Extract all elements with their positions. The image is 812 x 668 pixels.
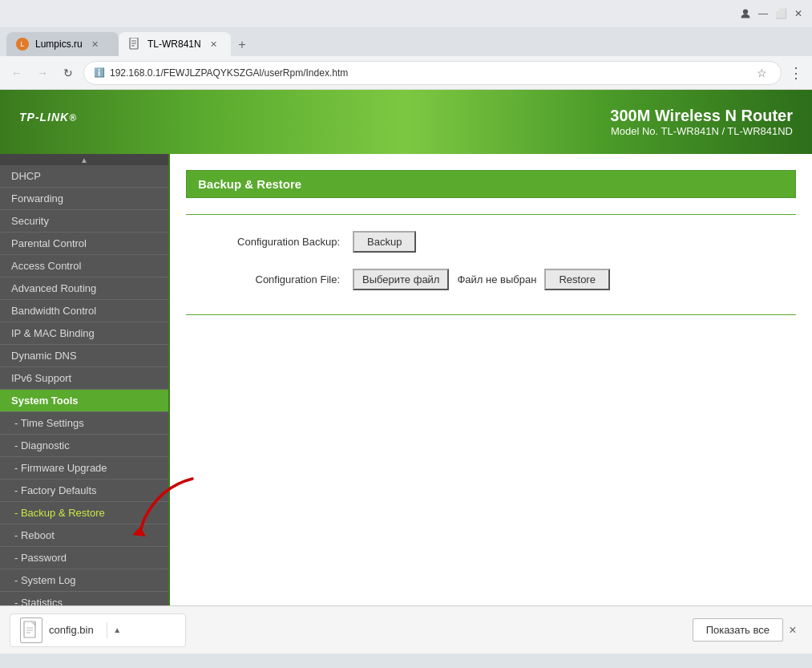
settings-menu-button[interactable]: ⋮ <box>786 63 806 83</box>
address-bar: ← → ↻ ℹ️ 192.168.0.1/FEWJLZPAQYKSZGAl/us… <box>0 56 812 90</box>
main-content: Backup & Restore Configuration Backup: B… <box>168 154 812 605</box>
section-header: Backup & Restore <box>186 170 796 198</box>
logo-text: TP-LINK <box>19 111 69 123</box>
show-all-downloads-button[interactable]: Показать все <box>693 618 783 642</box>
choose-file-button[interactable]: Выберите файл <box>353 269 449 290</box>
bottom-separator <box>186 314 796 315</box>
file-row: Configuration File: Выберите файл Файл н… <box>186 261 796 298</box>
tp-link-logo: TP-LINK® <box>19 109 77 135</box>
sidebar-item-statistics[interactable]: - Statistics <box>0 592 168 605</box>
tab-lumpics-close[interactable]: ✕ <box>89 38 102 51</box>
backup-restore-form: Configuration Backup: Backup Configurati… <box>186 223 796 298</box>
tab-tplink[interactable]: TL-WR841N ✕ <box>119 32 231 56</box>
tab-tplink-close[interactable]: ✕ <box>208 38 220 51</box>
sidebar-item-advanced-routing[interactable]: Advanced Routing <box>0 277 168 300</box>
new-tab-button[interactable]: + <box>231 34 253 56</box>
router-header: TP-LINK® 300M Wireless N Router Model No… <box>0 90 812 154</box>
sidebar-item-backup-restore[interactable]: - Backup & Restore <box>0 502 168 524</box>
sidebar-item-factory-defaults[interactable]: - Factory Defaults <box>0 480 168 502</box>
tab-lumpics[interactable]: L Lumpics.ru ✕ <box>6 32 119 56</box>
sidebar-item-diagnostic[interactable]: - Diagnostic <box>0 435 168 457</box>
tplink-favicon <box>128 38 141 51</box>
sidebar-item-system-tools[interactable]: System Tools <box>0 390 168 412</box>
close-download-bar-button[interactable]: × <box>783 621 802 640</box>
title-bar: — ⬜ ✕ <box>0 0 812 27</box>
download-file-icon <box>20 617 42 643</box>
svg-point-0 <box>743 10 748 14</box>
sidebar-item-ipv6-support[interactable]: IPv6 Support <box>0 367 168 390</box>
sidebar-item-security[interactable]: Security <box>0 210 168 233</box>
sidebar-item-system-log[interactable]: - System Log <box>0 569 168 592</box>
router-body: ▲ DHCP Forwarding Security Parental Cont… <box>0 154 812 605</box>
model-number: Model No. TL-WR841N / TL-WR841ND <box>610 125 793 137</box>
sidebar-item-forwarding[interactable]: Forwarding <box>0 188 168 210</box>
security-lock-icon: ℹ️ <box>94 67 105 78</box>
tab-tplink-label: TL-WR841N <box>147 38 201 50</box>
forward-button[interactable]: → <box>32 63 53 83</box>
sidebar-item-dhcp[interactable]: DHCP <box>0 165 168 188</box>
close-button[interactable]: ✕ <box>793 8 804 19</box>
sidebar-scroll-up[interactable]: ▲ <box>0 154 168 165</box>
lumpics-favicon: L <box>16 38 29 51</box>
refresh-button[interactable]: ↻ <box>58 63 79 83</box>
bookmark-icon[interactable]: ☆ <box>752 63 771 83</box>
restore-button[interactable]: Restore <box>544 269 610 290</box>
scroll-up-arrow: ▲ <box>80 156 88 164</box>
no-file-text: Файл не выбран <box>457 273 536 285</box>
sidebar-item-access-control[interactable]: Access Control <box>0 255 168 277</box>
window-controls: — ⬜ ✕ <box>740 8 804 19</box>
model-name: 300M Wireless N Router <box>610 107 793 125</box>
download-expand-button[interactable]: ▲ <box>107 622 123 638</box>
sidebar-item-ip-mac-binding[interactable]: IP & MAC Binding <box>0 322 168 345</box>
router-ui: TP-LINK® 300M Wireless N Router Model No… <box>0 90 812 605</box>
user-account-icon[interactable] <box>740 8 751 19</box>
backup-label: Configuration Backup: <box>186 223 346 261</box>
backup-row: Configuration Backup: Backup <box>186 223 796 261</box>
backup-button[interactable]: Backup <box>353 231 416 253</box>
logo-tm: ® <box>69 112 77 123</box>
url-actions: ☆ <box>752 63 771 83</box>
tab-lumpics-label: Lumpics.ru <box>35 38 83 50</box>
download-bar: config.bin ▲ Показать все × <box>0 605 812 654</box>
back-button[interactable]: ← <box>6 63 27 83</box>
download-filename: config.bin <box>49 624 94 636</box>
tab-bar: L Lumpics.ru ✕ TL-WR841N ✕ + <box>0 27 812 56</box>
file-label: Configuration File: <box>186 261 346 298</box>
download-item: config.bin ▲ <box>10 613 186 647</box>
file-controls: Выберите файл Файл не выбран Restore <box>346 261 796 298</box>
backup-form-controls: Backup <box>353 231 790 253</box>
sidebar-item-reboot[interactable]: - Reboot <box>0 524 168 547</box>
browser-chrome: — ⬜ ✕ L Lumpics.ru ✕ TL-WR841N ✕ + ← → ↻… <box>0 0 812 90</box>
restore-button[interactable]: ⬜ <box>775 8 786 19</box>
url-bar[interactable]: ℹ️ 192.168.0.1/FEWJLZPAQYKSZGAl/userRpm/… <box>83 61 782 85</box>
sidebar-item-dynamic-dns[interactable]: Dynamic DNS <box>0 345 168 367</box>
sidebar-item-firmware-upgrade[interactable]: - Firmware Upgrade <box>0 457 168 480</box>
sidebar: ▲ DHCP Forwarding Security Parental Cont… <box>0 154 168 605</box>
file-form-controls: Выберите файл Файл не выбран Restore <box>353 269 790 290</box>
sidebar-item-parental-control[interactable]: Parental Control <box>0 233 168 255</box>
url-text: 192.168.0.1/FEWJLZPAQYKSZGAl/userRpm/Ind… <box>110 67 747 79</box>
backup-controls: Backup <box>346 223 796 261</box>
router-model: 300M Wireless N Router Model No. TL-WR84… <box>610 107 793 137</box>
minimize-button[interactable]: — <box>757 8 769 19</box>
top-separator <box>186 214 796 215</box>
sidebar-item-time-settings[interactable]: - Time Settings <box>0 412 168 435</box>
sidebar-item-password[interactable]: - Password <box>0 547 168 569</box>
sidebar-item-bandwidth-control[interactable]: Bandwidth Control <box>0 300 168 322</box>
